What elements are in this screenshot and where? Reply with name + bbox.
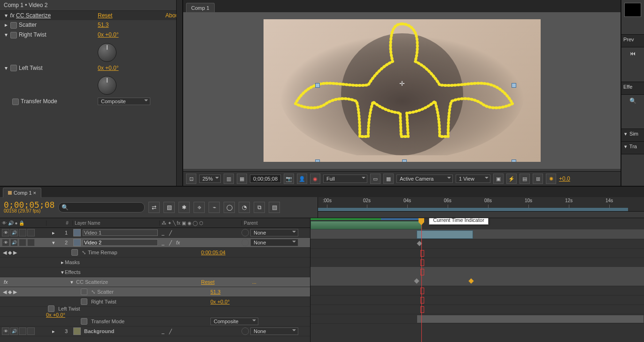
auto-keyframe-icon[interactable]: ◔ (239, 202, 250, 213)
right-twist-knob[interactable] (98, 43, 116, 62)
exposure-value[interactable]: +0.0 (559, 175, 570, 182)
shy-icon[interactable]: ✱ (178, 202, 190, 213)
timeline-tracks[interactable]: ↖ Current Time Indicator (310, 218, 644, 342)
viewer-timecode[interactable]: 0;00;05;08 (250, 175, 281, 183)
bbox-handle[interactable] (512, 83, 516, 88)
left-twist-value[interactable]: 0x +0.0° (98, 65, 119, 71)
anchor-icon[interactable]: ✛ (399, 80, 405, 87)
composition-frame[interactable]: ✛ (264, 19, 541, 162)
layer-color-icon[interactable] (73, 239, 81, 246)
go-to-start-icon[interactable]: ⏮ (630, 50, 636, 57)
snapshot-icon[interactable]: 📷 (284, 174, 294, 184)
left-twist-row-tl[interactable]: Left Twist0x +0.0° (0, 307, 310, 317)
eye-icon[interactable]: 👁 (2, 229, 9, 236)
reset-link[interactable]: Reset (98, 12, 112, 19)
transfer-mode-dropdown[interactable]: Composite (98, 98, 150, 105)
transfer-mode-row-tl[interactable]: Transfer ModeComposite (0, 317, 310, 327)
stopwatch-icon[interactable] (10, 65, 17, 71)
camera-dropdown[interactable]: Active Camera (396, 175, 453, 183)
time-remap-row[interactable]: ◀ ◆ ▶ ⤡ Time Remap 0:00:05:04 (0, 248, 310, 258)
effect-header-row[interactable]: ▾ fx CC Scatterize Reset Abou (0, 11, 182, 20)
zoom-dropdown[interactable]: 25% (199, 175, 221, 183)
time-remap-value[interactable]: 0:00:05:04 (201, 250, 225, 255)
layer-bar-background[interactable] (417, 315, 644, 323)
timeline-search[interactable]: 🔍 (58, 202, 145, 213)
stopwatch-icon[interactable] (81, 318, 87, 325)
time-ruler[interactable]: :00s 02s 04s 06s 08s 10s 12s 14s (318, 197, 644, 212)
safe-zones-icon[interactable]: ▥ (224, 174, 234, 184)
right-twist-value[interactable]: 0x +0.0° (98, 31, 119, 38)
stopwatch-icon[interactable] (71, 249, 78, 256)
parent-dropdown[interactable]: None (250, 239, 298, 246)
graph-editor-icon[interactable]: ⧉ (254, 202, 265, 213)
motion-blur-icon[interactable]: ⌁ (209, 202, 220, 213)
effects-group-row[interactable]: ▾ Effects (0, 267, 310, 277)
viewer-tab[interactable]: Comp 1 (186, 3, 215, 13)
timeline-reset-link[interactable]: Reset (201, 279, 215, 285)
comp-mini-flowchart-icon[interactable]: ⇄ (148, 202, 160, 213)
keyframe-icon[interactable] (468, 278, 473, 283)
layer-color-icon[interactable] (73, 327, 81, 335)
right-twist-value-tl[interactable]: 0x +0.0° (210, 299, 230, 304)
transfer-mode-dd-tl[interactable]: Composite (210, 318, 258, 325)
reset-exposure-icon[interactable]: ✺ (546, 174, 556, 184)
magnification-icon[interactable]: ⊡ (186, 174, 196, 184)
scatter-value-tl[interactable]: 51.3 (210, 289, 220, 295)
layer-bar-video2[interactable] (417, 230, 473, 239)
bbox-handle[interactable] (402, 160, 407, 162)
speaker-icon[interactable]: 🔊 (10, 239, 18, 246)
work-area-bar[interactable] (318, 208, 628, 211)
left-twist-knob[interactable] (98, 76, 116, 95)
eye-icon[interactable]: 👁 (2, 239, 9, 246)
effect-name[interactable]: CC Scatterize (16, 12, 51, 19)
keyframe-icon[interactable] (414, 278, 419, 283)
parent-dropdown[interactable]: None (250, 327, 298, 335)
speaker-icon[interactable]: 🔊 (10, 229, 18, 236)
layer-row-video2[interactable]: 👁🔊 ▾ 2 Video 2 ⎯╱fx None (0, 238, 310, 248)
current-timecode[interactable]: 0;00;05;08 (4, 201, 54, 209)
chevron-down-icon[interactable]: ▾ (51, 240, 56, 246)
close-tab-icon[interactable]: × (33, 190, 36, 196)
stopwatch-icon[interactable] (10, 32, 17, 38)
pickwhip-icon[interactable] (241, 327, 249, 335)
flowchart-icon[interactable]: ⊞ (533, 174, 543, 184)
effects-scrollbar[interactable] (176, 0, 182, 186)
simulation-row[interactable]: ▾ Sim (621, 129, 644, 142)
twirl-down-icon[interactable]: ▾ (4, 12, 8, 19)
timeline-icon[interactable]: ▤ (520, 174, 530, 184)
draft-3d-icon[interactable]: ▧ (163, 202, 175, 213)
eye-icon[interactable]: 👁 (2, 327, 9, 335)
transparency-grid-icon[interactable]: ▩ (383, 174, 394, 184)
viewer-canvas[interactable]: ✛ (183, 12, 621, 169)
more-options-link[interactable]: ... (252, 279, 256, 285)
bbox-handle[interactable] (315, 160, 320, 162)
cc-scatterize-row[interactable]: fx ▾ CC Scatterize Reset ... (0, 277, 310, 287)
chevron-down-icon[interactable]: ▾ (4, 65, 8, 71)
chevron-right-icon[interactable]: ▸ (4, 22, 8, 28)
bbox-handle[interactable] (512, 160, 516, 162)
chevron-right-icon[interactable]: ▸ (51, 328, 56, 334)
graph-editor-2-icon[interactable]: ▤ (269, 202, 280, 213)
pickwhip-icon[interactable] (241, 229, 249, 236)
chevron-down-icon[interactable]: ▾ (4, 31, 8, 38)
layer-row-video1[interactable]: 👁🔊 ▸ 1 Video 1 ⎯╱ None (0, 228, 310, 238)
layer-row-background[interactable]: 👁🔊 ▸ 3 Background ⎯╱ None (0, 327, 310, 336)
layer-color-icon[interactable] (73, 229, 81, 236)
grid-icon[interactable]: ▦ (237, 174, 247, 184)
rotobrush-outline[interactable] (271, 19, 534, 155)
pixel-aspect-icon[interactable]: ▣ (493, 174, 504, 184)
scatter-value[interactable]: 51.3 (98, 22, 109, 28)
parent-dropdown[interactable]: None (250, 229, 298, 236)
channel-icon[interactable]: ◉ (310, 174, 320, 184)
frame-blend-icon[interactable]: ⎆ (194, 202, 205, 213)
layer-bar-video1[interactable] (310, 221, 422, 229)
views-dropdown[interactable]: 1 View (456, 175, 490, 183)
bbox-handle[interactable] (315, 83, 320, 88)
stopwatch-icon[interactable] (48, 305, 54, 312)
effects-panel-header[interactable]: Effe (621, 82, 644, 95)
fast-previews-icon[interactable]: ⚡ (506, 174, 517, 184)
pickwhip-icon[interactable] (241, 239, 249, 246)
stopwatch-icon[interactable] (81, 289, 87, 295)
masks-row[interactable]: ▸ Masks (0, 258, 310, 267)
current-time-indicator[interactable] (421, 218, 422, 342)
